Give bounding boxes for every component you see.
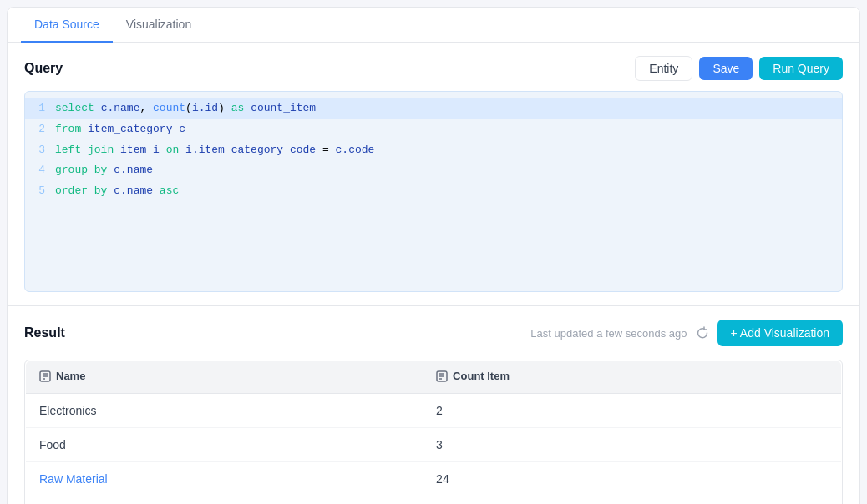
table-row: Vagetoz 6 [26,496,842,504]
cell-count-electronics: 2 [423,393,841,427]
line-number-5: 5 [25,183,55,200]
line-number-3: 3 [25,142,55,159]
table-header: Name Count Item [26,361,842,394]
result-table-container[interactable]: Name Count Item [24,360,843,504]
tab-visualization[interactable]: Visualization [113,8,205,43]
line-content-5: order by c.name asc [55,183,842,200]
tab-bar: Data Source Visualization [8,8,859,43]
code-line-empty-1 [25,202,842,223]
query-actions: Entity Save Run Query [635,56,843,81]
run-query-button[interactable]: Run Query [759,57,843,80]
code-line-3: 3 left join item i on i.item_category_co… [25,140,842,161]
entity-button[interactable]: Entity [635,56,692,81]
cell-count-food: 3 [423,427,841,461]
line-content-2: from item_category c [55,121,842,139]
line-number-1: 1 [25,100,55,118]
cell-name-electronics: Electronics [26,393,423,427]
table-row: Electronics 2 [26,393,842,427]
code-line-1: 1 select c.name, count(i.id) as count_it… [25,98,842,119]
refresh-icon[interactable] [696,326,709,340]
last-updated: Last updated a few seconds ago [530,327,687,340]
save-button[interactable]: Save [699,57,753,80]
query-header: Query Entity Save Run Query [24,56,843,81]
line-number-2: 2 [25,121,55,139]
cell-count-vagetoz: 6 [423,496,841,504]
result-section: Result Last updated a few seconds ago + … [8,306,859,504]
result-table: Name Count Item [25,360,842,504]
line-content-4: group by c.name [55,162,842,179]
main-container: Data Source Visualization Query Entity S… [7,7,860,504]
table-row: Raw Material 24 [26,461,842,496]
line-content-3: left join item i on i.item_category_code… [55,142,842,159]
line-content-1: select c.name, count(i.id) as count_item [55,100,842,118]
col-header-count-item: Count Item [423,361,841,394]
query-section: Query Entity Save Run Query 1 select c.n… [8,43,859,305]
result-title: Result [24,325,65,340]
add-visualization-button[interactable]: + Add Visualization [717,320,843,346]
cell-name-vagetoz: Vagetoz [26,496,423,504]
cell-name-food: Food [26,427,423,461]
cell-count-rawmaterial: 24 [423,461,841,496]
code-line-5: 5 order by c.name asc [25,181,842,202]
line-number-4: 4 [25,162,55,179]
code-line-empty-2 [25,223,842,244]
result-actions: Last updated a few seconds ago + Add Vis… [530,320,843,346]
tab-data-source[interactable]: Data Source [21,8,113,43]
table-body: Electronics 2 Food 3 Raw Material 24 [26,393,842,504]
query-title: Query [24,61,63,76]
col-header-name: Name [26,361,423,394]
code-line-4: 4 group by c.name [25,160,842,181]
code-line-empty-3 [25,244,842,265]
code-editor[interactable]: 1 select c.name, count(i.id) as count_it… [24,91,843,292]
code-line-empty-4 [25,264,842,285]
code-line-2: 2 from item_category c [25,119,842,140]
cell-name-rawmaterial: Raw Material [26,461,423,496]
result-header: Result Last updated a few seconds ago + … [24,320,843,346]
table-row: Food 3 [26,427,842,461]
